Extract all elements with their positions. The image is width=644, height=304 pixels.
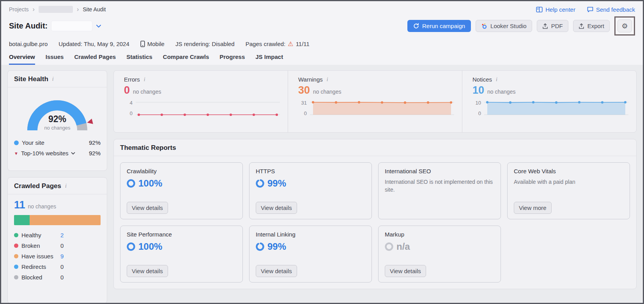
chevron-right-icon: › <box>77 6 79 12</box>
info-icon[interactable]: i <box>64 183 67 189</box>
crawled-total: 11 <box>14 199 25 211</box>
report-card-internal-linking: Internal Linking 99% View details <box>249 226 372 283</box>
report-card-site-performance: Site Performance 100% View details <box>120 226 243 283</box>
info-icon[interactable]: i <box>51 76 55 82</box>
errors-value: 0 <box>124 84 130 96</box>
pages-crawled-value: 11/11 <box>296 41 310 47</box>
view-more-button[interactable]: View more <box>514 202 552 214</box>
notices-value: 10 <box>472 84 484 96</box>
site-health-title: Site Health <box>14 75 48 83</box>
tab-compare-crawls[interactable]: Compare Crawls <box>163 53 209 65</box>
domain-label: botai.gulbe.pro <box>9 41 48 47</box>
score-ring-icon <box>256 179 264 188</box>
tab-statistics[interactable]: Statistics <box>126 53 152 65</box>
header: Projects › › Site Audit Help center Send… <box>1 1 643 65</box>
view-details-button[interactable]: View details <box>256 265 297 277</box>
chevron-down-icon <box>71 152 75 155</box>
overview-content: Site Health i 92% no changes Your site 9… <box>1 65 643 304</box>
pdf-button[interactable]: PDF <box>537 20 568 32</box>
help-center-link[interactable]: Help center <box>536 6 575 13</box>
pages-crawled-label: Pages crawled: ⚠ 11/11 <box>246 41 310 47</box>
healthy-dot <box>14 233 18 237</box>
breadcrumb-projects-link[interactable]: Projects <box>9 6 29 12</box>
looker-studio-button[interactable]: Looker Studio <box>476 20 532 32</box>
view-details-button[interactable]: View details <box>127 265 168 277</box>
gear-icon: ⚙ <box>621 23 628 30</box>
report-card-markup: Markup n/a View details <box>378 226 501 283</box>
crawled-pages-card: Crawled Pages i 11 no changes <box>7 177 107 304</box>
breadcrumb: Projects › › Site Audit <box>9 6 106 13</box>
updated-label: Updated: Thu, May 9, 2024 <box>58 41 129 47</box>
settings-gear-button[interactable]: ⚙ <box>617 20 632 32</box>
legend-row-have-issues: Have issues 9 <box>14 251 101 261</box>
crawled-pages-title: Crawled Pages <box>14 182 61 190</box>
tab-progress[interactable]: Progress <box>219 53 245 65</box>
errors-trend-chart <box>136 100 280 117</box>
report-card-crawlability: Crawlability 100% View details <box>120 162 243 219</box>
campaign-meta: botai.gulbe.pro Updated: Thu, May 9, 202… <box>1 36 643 47</box>
looker-studio-icon <box>481 23 487 29</box>
chevron-right-icon: › <box>33 6 35 12</box>
info-icon[interactable]: i <box>326 76 329 83</box>
crawled-change: no changes <box>28 203 56 210</box>
issues-overview-card: Errorsi 0 no changes 40 Warningsi 30 no … <box>113 70 637 133</box>
notices-trend-chart <box>484 100 628 117</box>
triangle-down-icon: ▼ <box>14 151 18 156</box>
send-feedback-link[interactable]: Send feedback <box>587 6 635 13</box>
info-icon[interactable]: i <box>143 76 146 83</box>
your-site-dot <box>14 140 19 145</box>
warnings-value: 30 <box>298 84 310 96</box>
blocked-dot <box>14 275 18 279</box>
legend-row-broken: Broken 0 <box>14 240 101 251</box>
tab-js-impact[interactable]: JS Impact <box>255 53 283 65</box>
healthy-count-link[interactable]: 2 <box>60 232 64 238</box>
report-card-https: HTTPS 99% View details <box>249 162 372 219</box>
breadcrumb-current: Site Audit <box>83 6 106 12</box>
warnings-panel: Warningsi 30 no changes 310 <box>288 71 462 132</box>
errors-panel: Errorsi 0 no changes 40 <box>114 71 288 132</box>
warnings-trend-chart <box>310 100 454 117</box>
book-icon <box>536 7 543 12</box>
notices-panel: Noticesi 10 no changes 100 <box>462 71 636 132</box>
refresh-icon <box>413 23 419 29</box>
site-audit-window: Projects › › Site Audit Help center Send… <box>0 0 644 304</box>
legend-row-healthy: Healthy 2 <box>14 230 101 240</box>
chat-bubble-icon <box>587 7 593 12</box>
redirects-count: 0 <box>60 263 64 270</box>
redirects-dot <box>14 265 18 269</box>
view-details-button[interactable]: View details <box>256 202 297 214</box>
site-health-score: 92% <box>16 114 98 124</box>
broken-count: 0 <box>60 242 64 249</box>
report-card-core-web-vitals: Core Web Vitals Available with a paid pl… <box>507 162 630 219</box>
tab-issues[interactable]: Issues <box>46 53 64 65</box>
page-title: Site Audit: <box>9 21 48 30</box>
site-health-gauge: 92% no changes <box>16 91 98 135</box>
site-health-change: no changes <box>16 125 98 131</box>
chevron-down-icon[interactable] <box>96 24 101 28</box>
thematic-reports-title: Thematic Reports <box>120 144 176 152</box>
bar-segment-healthy <box>14 215 30 225</box>
legend-top10-websites[interactable]: ▼ Top-10% websites 92% <box>14 148 101 158</box>
broken-dot <box>14 244 18 248</box>
tab-crawled-pages[interactable]: Crawled Pages <box>74 53 116 65</box>
upload-icon <box>542 23 548 29</box>
rerun-campaign-button[interactable]: Rerun campaign <box>407 20 471 32</box>
tab-overview[interactable]: Overview <box>9 53 35 65</box>
score-ring-icon <box>127 179 135 188</box>
info-icon[interactable]: i <box>495 76 498 83</box>
export-button[interactable]: Export <box>573 20 610 32</box>
view-details-button[interactable]: View details <box>385 265 426 277</box>
device-label: Mobile <box>140 41 165 47</box>
score-ring-icon <box>385 242 393 251</box>
view-details-button[interactable]: View details <box>127 202 168 214</box>
legend-row-redirects: Redirects 0 <box>14 261 101 272</box>
bar-segment-have-issues <box>30 215 101 225</box>
blocked-count: 0 <box>60 274 64 281</box>
campaign-dropdown[interactable] <box>51 21 92 31</box>
score-ring-icon <box>127 242 135 251</box>
mobile-phone-icon <box>140 41 145 47</box>
toolbar: Rerun campaign Looker Studio PDF Export … <box>407 16 635 36</box>
redacted-project-name <box>39 6 73 13</box>
js-rendering-label: JS rendering: Disabled <box>175 41 235 47</box>
have-issues-count-link[interactable]: 9 <box>60 253 64 260</box>
